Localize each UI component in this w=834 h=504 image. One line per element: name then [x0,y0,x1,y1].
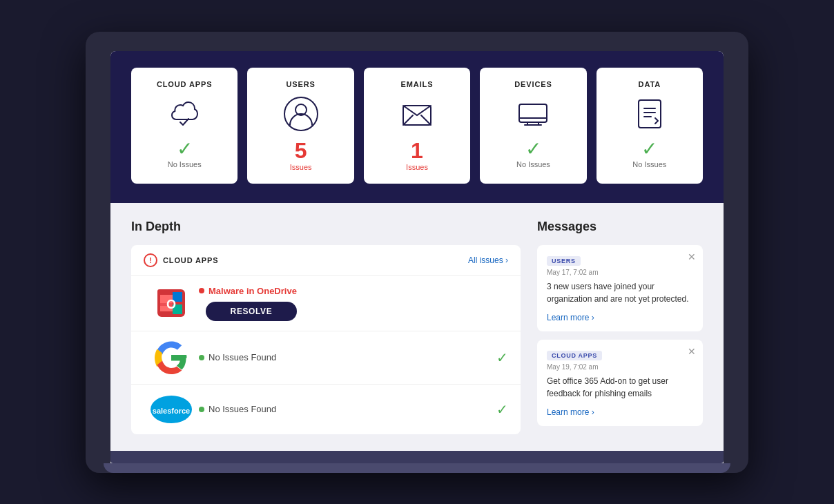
learn-more-link-cloudapps[interactable]: Learn more › [547,407,594,417]
close-icon[interactable]: ✕ [688,347,696,356]
emails-icon [398,95,436,133]
resolve-button[interactable]: RESOLVE [206,302,297,321]
cloud-apps-no-issues: No Issues [168,160,202,168]
green-dot-icon [199,407,204,412]
users-count: 5 [295,139,307,162]
message-text-cloudapps: Get office 365 Add-on to get user feedba… [547,375,693,400]
malware-label: Malware in OneDrive [199,286,297,296]
all-issues-link[interactable]: All issues › [468,255,508,265]
data-icon [631,95,668,133]
google-logo-cell [144,341,199,374]
laptop-frame: CLOUD APPS ✓ No Issues USERS [86,32,748,473]
cloud-apps-status: ✓ No Issues [168,139,202,168]
google-icon [155,341,188,374]
emails-issues-text: Issues [406,163,428,171]
message-card-cloudapps: CLOUD APPS ✕ May 19, 7:02 am Get office … [537,340,703,426]
laptop-base [104,463,730,473]
google-no-issues: No Issues Found [199,352,276,362]
data-title: DATA [639,80,661,88]
data-status: ✓ No Issues [632,139,666,168]
svg-text:O: O [166,298,176,311]
cloud-apps-header: ! CLOUD APPS All issues › [131,245,521,276]
users-status: 5 Issues [290,139,312,171]
table-row: salesforce No Issues Found ✓ [131,385,521,434]
close-icon[interactable]: ✕ [688,252,696,262]
left-panel: In Depth ! CLOUD APPS All issues › [131,220,521,434]
screen-bottom-bar [110,451,724,463]
top-cards: CLOUD APPS ✓ No Issues USERS [131,68,703,184]
message-tag-cloudapps: CLOUD APPS [547,351,602,360]
warning-icon: ! [144,253,157,267]
data-card[interactable]: DATA ✓ No Issues [597,68,703,184]
cloud-apps-section-label: CLOUD APPS [163,256,219,264]
data-no-issues: No Issues [632,160,666,168]
message-text-users: 3 new users have joined your organizatio… [547,280,693,305]
salesforce-logo-cell: salesforce [144,394,199,425]
table-row: O Malware in OneDrive RESOLVE [131,276,521,331]
office-logo-cell: O [144,287,199,320]
devices-title: DEVICES [514,80,552,88]
salesforce-info-cell: No Issues Found [199,404,481,414]
cloud-apps-header-left: ! CLOUD APPS [144,253,219,267]
cloud-apps-icon [166,95,203,133]
svg-rect-3 [519,104,547,122]
cloud-apps-card[interactable]: CLOUD APPS ✓ No Issues [131,68,237,184]
devices-no-issues: No Issues [516,160,550,168]
message-date-users: May 17, 7:02 am [547,269,693,276]
emails-title: EMAILS [401,80,434,88]
in-depth-title: In Depth [131,220,521,234]
check-icon: ✓ [525,139,541,159]
office-icon: O [155,287,188,320]
check-icon: ✓ [641,139,657,159]
devices-status: ✓ No Issues [516,139,550,168]
table-row: No Issues Found ✓ [131,331,521,385]
google-check: ✓ [481,349,508,366]
google-info-cell: No Issues Found [199,352,481,362]
emails-count: 1 [411,139,423,162]
messages-title: Messages [537,220,703,234]
users-title: USERS [286,80,315,88]
office-info-cell: Malware in OneDrive RESOLVE [199,286,508,321]
salesforce-no-issues: No Issues Found [199,404,276,414]
message-card-users: USERS ✕ May 17, 7:02 am 3 new users have… [537,245,703,331]
devices-card[interactable]: DEVICES ✓ No Issues [480,68,586,184]
users-issues-text: Issues [290,163,312,171]
malware-content: Malware in OneDrive RESOLVE [199,286,297,321]
emails-status: 1 Issues [406,139,428,171]
svg-rect-5 [639,100,661,128]
message-date-cloudapps: May 19, 7:02 am [547,363,693,371]
screen: CLOUD APPS ✓ No Issues USERS [110,51,724,463]
main-content: In Depth ! CLOUD APPS All issues › [110,203,724,451]
emails-card[interactable]: EMAILS 1 Issues [364,68,470,184]
cloud-apps-section: ! CLOUD APPS All issues › [131,245,521,434]
devices-icon [514,95,552,133]
red-dot-icon [199,288,204,293]
right-panel: Messages USERS ✕ May 17, 7:02 am 3 new u… [537,220,703,434]
cloud-apps-title: CLOUD APPS [157,80,213,88]
svg-text:salesforce: salesforce [153,407,190,415]
salesforce-check: ✓ [481,401,508,418]
message-tag-users: USERS [547,256,581,266]
learn-more-link-users[interactable]: Learn more › [547,313,594,322]
top-bar: CLOUD APPS ✓ No Issues USERS [110,51,724,203]
salesforce-icon: salesforce [149,394,193,425]
green-dot-icon [199,355,204,360]
users-icon [282,95,320,133]
users-card[interactable]: USERS 5 Issues [247,68,353,184]
check-icon: ✓ [177,139,193,159]
